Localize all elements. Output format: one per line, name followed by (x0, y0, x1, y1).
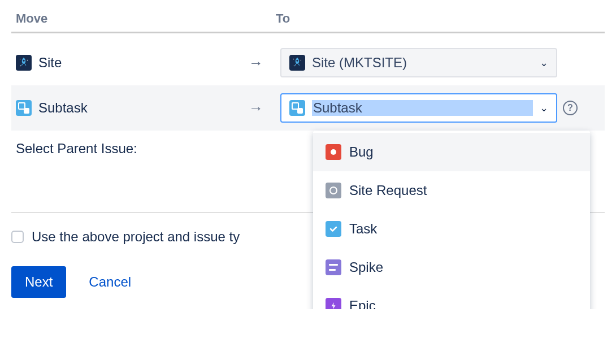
svg-point-5 (293, 59, 294, 59)
dropdown-option-spike[interactable]: Spike (313, 248, 590, 287)
dropdown-option-epic[interactable]: Epic (313, 287, 590, 309)
mapping-row-subtask: Subtask → Subtask ⌄ ? (11, 85, 605, 131)
rocket-icon (16, 55, 32, 71)
dropdown-option-site-request[interactable]: Site Request (313, 171, 590, 210)
apply-all-checkbox[interactable] (11, 231, 24, 243)
svg-point-0 (23, 60, 24, 62)
subtask-icon (16, 100, 32, 116)
dropdown-option-task[interactable]: Task (313, 210, 590, 248)
chevron-down-icon: ⌄ (540, 57, 548, 69)
apply-all-label: Use the above project and issue ty (32, 229, 240, 245)
svg-point-7 (294, 66, 294, 66)
spike-icon (326, 259, 341, 275)
column-headers: Move To (11, 11, 605, 33)
dropdown-option-bug[interactable]: Bug (313, 133, 590, 171)
arrow-icon: → (249, 54, 276, 72)
mapping-row-site: Site → Site (MKTSITE) ⌄ (11, 40, 605, 85)
project-select-value: Site (MKTSITE) (312, 55, 533, 71)
svg-point-3 (20, 66, 21, 66)
svg-point-6 (301, 60, 301, 60)
chevron-down-icon: ⌄ (540, 102, 548, 114)
cancel-button[interactable]: Cancel (89, 274, 131, 290)
svg-point-2 (27, 60, 28, 60)
source-label-site: Site (38, 55, 62, 71)
issuetype-dropdown: Bug Site Request Task Spike Epic (313, 131, 590, 309)
project-select[interactable]: Site (MKTSITE) ⌄ (280, 48, 557, 77)
next-button[interactable]: Next (11, 266, 66, 298)
source-label-subtask: Subtask (38, 100, 88, 116)
issuetype-select-value: Subtask (312, 100, 533, 116)
epic-icon (326, 298, 341, 309)
task-icon (326, 221, 341, 237)
arrow-icon: → (249, 99, 276, 117)
svg-point-4 (296, 60, 298, 62)
circle-icon (326, 183, 341, 198)
help-icon[interactable]: ? (563, 101, 578, 115)
svg-point-1 (20, 59, 20, 59)
subtask-icon (289, 100, 305, 116)
header-to: To (271, 11, 605, 26)
bug-icon (326, 144, 341, 160)
rocket-icon (289, 55, 305, 71)
header-move: Move (11, 11, 271, 26)
issuetype-select[interactable]: Subtask ⌄ (280, 93, 557, 123)
